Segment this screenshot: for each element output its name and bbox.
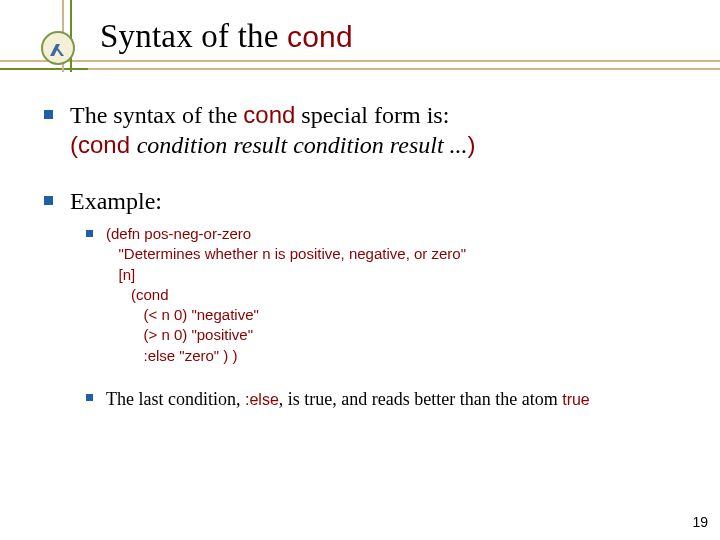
title-code: cond xyxy=(287,20,353,53)
code-word: :else xyxy=(245,391,279,408)
text: , is true, and reads better than the ato… xyxy=(279,389,562,409)
decor-line xyxy=(0,60,720,62)
decor-line xyxy=(0,68,88,70)
italic-text: condition result condition result ... xyxy=(137,132,468,158)
bullet-syntax: The syntax of the cond special form is: … xyxy=(40,100,700,160)
decor-line xyxy=(0,68,720,70)
code-block: (defn pos-neg-or-zero "Determines whethe… xyxy=(106,224,700,366)
slide-title: Syntax of the cond xyxy=(100,18,353,55)
text: The last condition, xyxy=(106,389,245,409)
code-word: ) xyxy=(468,131,476,158)
bullet-note: The last condition, :else, is true, and … xyxy=(70,388,700,411)
text: special form is: xyxy=(295,102,449,128)
bullet-code: (defn pos-neg-or-zero "Determines whethe… xyxy=(70,224,700,366)
text: Example: xyxy=(70,188,162,214)
slide-body: The syntax of the cond special form is: … xyxy=(40,100,700,437)
slide-header: Syntax of the cond xyxy=(0,0,720,72)
code-word: true xyxy=(562,391,590,408)
code-word: (cond xyxy=(70,131,137,158)
lambda-logo-icon xyxy=(40,30,76,66)
text: The syntax of the xyxy=(70,102,243,128)
slide: Syntax of the cond The syntax of the con… xyxy=(0,0,720,540)
page-number: 19 xyxy=(692,514,708,530)
code-word: cond xyxy=(243,101,295,128)
title-text: Syntax of the xyxy=(100,18,287,54)
bullet-example: Example: (defn pos-neg-or-zero "Determin… xyxy=(40,186,700,411)
